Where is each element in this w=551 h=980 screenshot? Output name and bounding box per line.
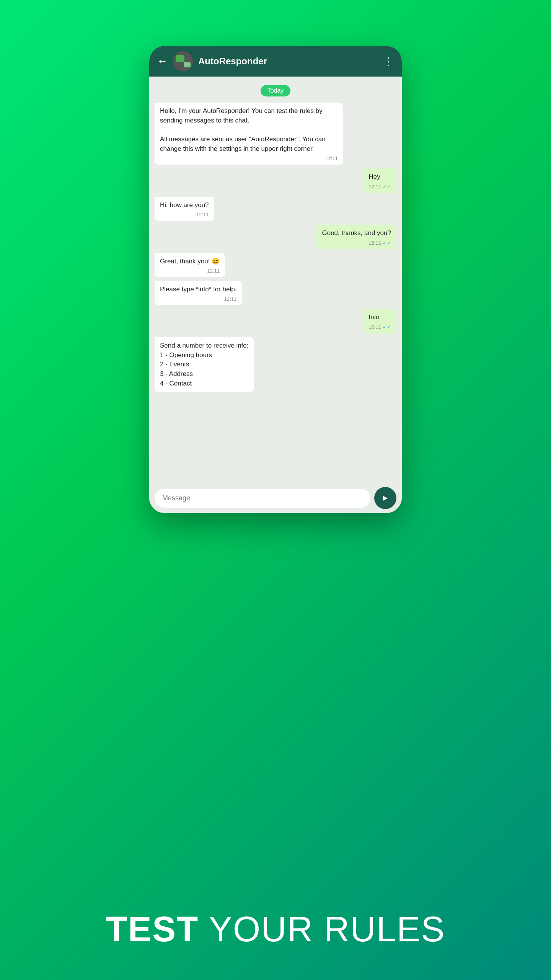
check-icon: ✓✓ xyxy=(383,183,391,191)
message-bubble: Info 12:11 ✓✓ xyxy=(363,309,396,333)
input-area: ► xyxy=(149,483,402,513)
message-row: Send a number to receive info: 1 - Openi… xyxy=(155,337,396,392)
bottom-bold: TEST xyxy=(106,910,199,949)
message-text: Please type *info* for help. xyxy=(160,285,236,294)
chat-area: Today Hello, I'm your AutoResponder! You… xyxy=(149,77,402,483)
chat-title: AutoResponder xyxy=(198,56,378,67)
message-input[interactable] xyxy=(155,489,370,508)
message-text: Hey xyxy=(368,172,391,182)
message-bubble: Good, thanks, and you? 12:11 ✓✓ xyxy=(316,225,396,249)
message-time: 12:11 xyxy=(224,296,237,303)
back-button[interactable]: ← xyxy=(157,55,168,67)
message-meta: 12:11 xyxy=(160,296,236,303)
message-meta: 12:11 ✓✓ xyxy=(368,324,391,331)
message-meta: 12:11 xyxy=(160,211,209,219)
date-badge: Today xyxy=(261,85,291,96)
message-row: Info 12:11 ✓✓ xyxy=(155,309,396,333)
message-bubble: Hello, I'm your AutoResponder! You can t… xyxy=(155,103,343,165)
message-time: 12:11 xyxy=(207,268,220,275)
avatar-bubble1 xyxy=(176,55,184,62)
message-meta: 12:11 xyxy=(160,268,220,275)
message-row: Hello, I'm your AutoResponder! You can t… xyxy=(155,103,396,165)
message-text: Hello, I'm your AutoResponder! You can t… xyxy=(160,106,338,154)
message-text: Great, thank you! 😊 xyxy=(160,257,220,266)
message-meta: 12:11 ✓✓ xyxy=(368,183,391,191)
message-text: Send a number to receive info: 1 - Openi… xyxy=(160,341,249,388)
message-time: 12:11 xyxy=(196,211,209,219)
send-button[interactable]: ► xyxy=(374,487,396,509)
message-time: 12:11 xyxy=(368,183,381,191)
message-bubble: Hey 12:11 ✓✓ xyxy=(363,168,396,193)
message-bubble: Hi, how are you? 12:11 xyxy=(155,197,214,221)
message-row: Hi, how are you? 12:11 xyxy=(155,197,396,221)
more-options-icon[interactable]: ⋮ xyxy=(383,55,394,68)
message-row: Please type *info* for help. 12:11 xyxy=(155,281,396,305)
message-time: 12:11 xyxy=(368,324,381,331)
bottom-text: TEST YOUR RULES xyxy=(0,909,551,949)
bottom-light: YOUR RULES xyxy=(199,910,445,949)
message-meta: 12:11 xyxy=(160,155,338,162)
message-bubble: Please type *info* for help. 12:11 xyxy=(155,281,242,305)
check-icon: ✓✓ xyxy=(383,240,391,247)
message-text: Hi, how are you? xyxy=(160,201,209,210)
message-row: Good, thanks, and you? 12:11 ✓✓ xyxy=(155,225,396,249)
message-meta: 12:11 ✓✓ xyxy=(322,240,391,247)
chat-header: ← AutoResponder ⋮ xyxy=(149,46,402,77)
send-icon: ► xyxy=(381,493,390,503)
message-bubble: Great, thank you! 😊 12:11 xyxy=(155,253,225,277)
message-text: Info xyxy=(368,313,391,322)
phone-frame: ← AutoResponder ⋮ Today Hello, I'm your … xyxy=(149,46,402,513)
message-row: Great, thank you! 😊 12:11 xyxy=(155,253,396,277)
message-time: 12:11 xyxy=(325,155,338,162)
avatar-bubble2 xyxy=(184,62,191,67)
check-icon: ✓✓ xyxy=(383,324,391,331)
message-text: Good, thanks, and you? xyxy=(322,229,391,238)
message-row: Hey 12:11 ✓✓ xyxy=(155,168,396,193)
message-time: 12:11 xyxy=(368,240,381,247)
message-bubble: Send a number to receive info: 1 - Openi… xyxy=(155,337,254,392)
avatar xyxy=(173,51,193,71)
